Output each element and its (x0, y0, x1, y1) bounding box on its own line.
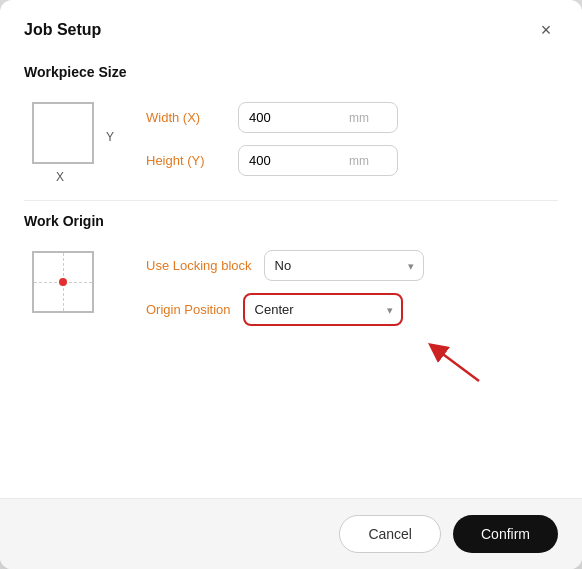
width-unit: mm (349, 111, 379, 125)
confirm-button[interactable]: Confirm (453, 515, 558, 553)
workpiece-section-title: Workpiece Size (24, 64, 558, 80)
dialog-footer: Cancel Confirm (0, 498, 582, 569)
width-input-wrap: mm (238, 102, 398, 133)
red-arrow-annotation (424, 341, 484, 385)
locking-field-row: Use Locking block No Yes ▾ (146, 250, 558, 281)
section-divider (24, 200, 558, 201)
job-setup-dialog: Job Setup × Workpiece Size Y X Width (X)… (0, 0, 582, 569)
height-unit: mm (349, 154, 379, 168)
svg-line-1 (436, 349, 479, 381)
workpiece-y-label: Y (106, 130, 114, 144)
cancel-button[interactable]: Cancel (339, 515, 441, 553)
workpiece-fields: Width (X) mm Height (Y) mm (146, 102, 558, 176)
workpiece-x-label: X (56, 170, 64, 184)
position-select[interactable]: Center Top Left Top Right Bottom Left Bo… (243, 293, 403, 326)
close-icon: × (541, 20, 552, 41)
height-input-wrap: mm (238, 145, 398, 176)
workpiece-diagram: Y X (24, 94, 114, 184)
width-label: Width (X) (146, 110, 226, 125)
locking-select[interactable]: No Yes (264, 250, 424, 281)
origin-dot (59, 278, 67, 286)
locking-select-wrap: No Yes ▾ (264, 250, 424, 281)
workpiece-box (32, 102, 94, 164)
dialog-header: Job Setup × (0, 0, 582, 52)
position-label: Origin Position (146, 302, 231, 317)
origin-fields: Use Locking block No Yes ▾ Origin Positi… (146, 250, 558, 326)
position-select-wrap: Center Top Left Top Right Bottom Left Bo… (243, 293, 403, 326)
workpiece-row: Y X Width (X) mm Height (Y) mm (24, 94, 558, 184)
close-button[interactable]: × (534, 18, 558, 42)
height-field-row: Height (Y) mm (146, 145, 558, 176)
height-input[interactable] (239, 146, 349, 175)
work-origin-row: Use Locking block No Yes ▾ Origin Positi… (24, 243, 558, 333)
work-origin-section-title: Work Origin (24, 213, 558, 229)
locking-label: Use Locking block (146, 258, 252, 273)
dialog-title: Job Setup (24, 21, 101, 39)
dialog-body: Workpiece Size Y X Width (X) mm Height (0, 52, 582, 498)
origin-diagram (24, 243, 114, 333)
height-label: Height (Y) (146, 153, 226, 168)
annotation-area (24, 341, 558, 385)
width-field-row: Width (X) mm (146, 102, 558, 133)
position-field-row: Origin Position Center Top Left Top Righ… (146, 293, 558, 326)
width-input[interactable] (239, 103, 349, 132)
